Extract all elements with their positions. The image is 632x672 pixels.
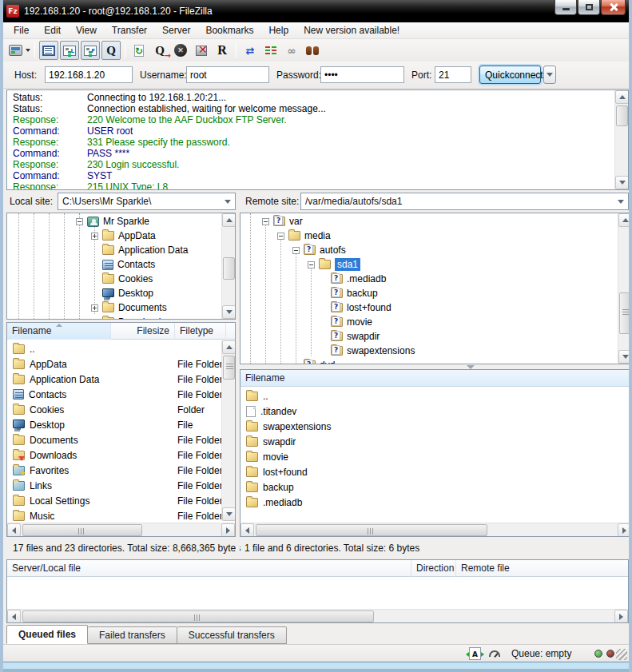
remote-file-row[interactable]: .. — [240, 388, 631, 404]
refresh-button[interactable]: ↻ — [129, 41, 149, 60]
expander-minus-icon[interactable] — [292, 247, 300, 254]
local-tree-toggle-button[interactable]: L — [60, 41, 79, 60]
local-file-row[interactable]: ContactsFile Folder — [7, 387, 235, 402]
remote-tree-item[interactable]: .mediadb — [240, 272, 631, 286]
remote-tree-item[interactable]: backup — [240, 286, 631, 300]
remote-tree-item[interactable]: media — [240, 229, 631, 243]
resize-grip[interactable] — [616, 649, 627, 660]
remote-tree-item[interactable]: autofs — [240, 243, 631, 257]
local-list-scrollbar[interactable] — [221, 340, 235, 521]
remote-tree-scrollbar[interactable] — [618, 213, 631, 364]
column-header-filetype[interactable]: Filetype — [175, 323, 226, 340]
synchronized-browsing-button[interactable]: ∞ — [282, 41, 301, 60]
remote-file-row[interactable]: .mediadb — [240, 495, 631, 510]
scroll-up-icon[interactable] — [226, 218, 233, 222]
tab-successful-transfers[interactable]: Successful transfers — [177, 626, 287, 644]
username-input[interactable] — [186, 66, 269, 83]
port-input[interactable] — [435, 66, 471, 83]
scroll-up-icon[interactable] — [622, 218, 629, 222]
remote-tree-scroll-thumb[interactable] — [619, 292, 631, 334]
remote-file-row[interactable]: swapextensions — [240, 419, 631, 434]
site-manager-dropdown-icon[interactable] — [26, 49, 30, 52]
remote-file-row[interactable]: backup — [240, 479, 631, 495]
local-file-row[interactable]: DocumentsFile Folder — [7, 432, 235, 447]
local-file-row[interactable]: AppDataFile Folder — [7, 356, 235, 372]
local-tree-item[interactable]: Application Data — [7, 243, 235, 257]
process-queue-button[interactable]: Q→ — [150, 41, 169, 60]
reconnect-button[interactable]: R — [213, 41, 232, 60]
scroll-left-icon[interactable] — [12, 614, 16, 620]
local-file-row[interactable]: LinksFile Folder — [7, 478, 235, 493]
local-site-combo[interactable]: C:\Users\Mr Sparkle\ — [58, 193, 236, 210]
column-header-server-local-file[interactable]: Server/Local file — [7, 560, 411, 577]
local-file-row[interactable]: Application DataFile Folder — [7, 372, 235, 387]
remote-file-row[interactable]: lost+found — [240, 464, 631, 479]
local-tree-item[interactable]: Mr Sparkle — [7, 214, 235, 229]
vertical-splitter[interactable] — [236, 193, 240, 557]
remote-tree-toggle-button[interactable]: F — [81, 41, 100, 60]
local-tree-item[interactable]: Documents — [7, 300, 235, 315]
column-header-filename[interactable]: Filename — [7, 323, 111, 340]
remote-file-row[interactable]: movie — [240, 449, 631, 464]
password-input[interactable] — [320, 66, 404, 83]
scroll-up-icon[interactable] — [619, 95, 626, 99]
queue-hscrollbar[interactable] — [7, 609, 628, 622]
remote-tree-item[interactable]: movie — [240, 315, 631, 329]
remote-tree-item[interactable]: var — [240, 214, 631, 229]
remote-tree-item[interactable]: swapdir — [240, 329, 631, 344]
local-tree-item[interactable]: Contacts — [7, 257, 235, 272]
log-scroll-thumb[interactable] — [616, 105, 628, 126]
remote-file-row[interactable]: .titandev — [240, 404, 631, 419]
scroll-right-icon[interactable] — [619, 614, 623, 620]
remote-list-hscrollbar[interactable] — [240, 523, 631, 536]
minimize-button[interactable] — [554, 0, 577, 15]
maximize-button[interactable] — [578, 0, 600, 15]
log-scrollbar[interactable] — [614, 90, 628, 189]
transfer-arrows-button[interactable]: ⇄ — [240, 41, 260, 60]
remote-tree-item-selected[interactable]: sda1 — [240, 257, 631, 272]
local-tree-item[interactable]: Cookies — [7, 272, 235, 286]
local-file-row[interactable]: Local SettingsFile Folder — [7, 493, 235, 508]
expander-minus-icon[interactable] — [262, 218, 269, 225]
directory-comparison-button[interactable] — [261, 41, 280, 60]
quickconnect-button[interactable]: Quickconnect — [479, 66, 541, 84]
scroll-right-icon[interactable] — [226, 527, 230, 534]
remote-site-combo[interactable]: /var/media/autofs/sda1 — [300, 193, 629, 210]
menu-view[interactable]: View — [76, 25, 97, 36]
local-list-hscroll-thumb[interactable] — [22, 524, 142, 536]
quickconnect-dropdown-button[interactable] — [543, 66, 556, 84]
menu-help[interactable]: Help — [268, 25, 288, 36]
site-manager-button[interactable] — [9, 41, 30, 60]
cancel-button[interactable]: ✕ — [171, 41, 190, 60]
column-header-direction[interactable]: Direction — [411, 560, 456, 577]
local-list-scroll-thumb[interactable] — [223, 356, 235, 380]
remote-tree-item[interactable]: swapextensions — [240, 344, 631, 358]
expander-plus-icon[interactable] — [91, 319, 98, 320]
menu-edit[interactable]: Edit — [44, 25, 61, 36]
expander-plus-icon[interactable] — [91, 233, 98, 240]
column-header-remote-file[interactable]: Remote file — [456, 560, 628, 577]
tab-queued-files[interactable]: Queued files — [6, 625, 88, 644]
scroll-right-icon[interactable] — [622, 527, 626, 534]
expander-minus-icon[interactable] — [308, 261, 315, 268]
expander-minus-icon[interactable] — [76, 218, 83, 225]
local-file-row[interactable]: FavoritesFile Folder — [7, 463, 235, 478]
remote-tree-item[interactable]: dvd — [240, 358, 631, 364]
menu-server[interactable]: Server — [162, 25, 190, 36]
remote-file-row[interactable]: swapdir — [240, 434, 631, 449]
local-tree-scrollbar[interactable] — [221, 213, 235, 319]
disconnect-button[interactable]: ✕ — [192, 41, 211, 60]
scroll-down-icon[interactable] — [619, 181, 626, 185]
expander-minus-icon[interactable] — [277, 233, 284, 240]
local-file-row[interactable]: .. — [7, 341, 235, 356]
local-tree-scroll-thumb[interactable] — [223, 257, 235, 280]
local-file-row[interactable]: DownloadsFile Folder — [7, 447, 235, 463]
menu-file[interactable]: File — [14, 25, 29, 36]
host-input[interactable] — [45, 66, 133, 83]
scroll-left-icon[interactable] — [12, 527, 16, 534]
menu-new-version[interactable]: New version available! — [304, 25, 399, 36]
scroll-down-icon[interactable] — [226, 512, 233, 516]
local-file-row[interactable]: DesktopFile — [7, 417, 235, 432]
message-log-toggle-button[interactable] — [39, 41, 58, 60]
local-tree-item[interactable]: Downloads — [7, 315, 235, 320]
